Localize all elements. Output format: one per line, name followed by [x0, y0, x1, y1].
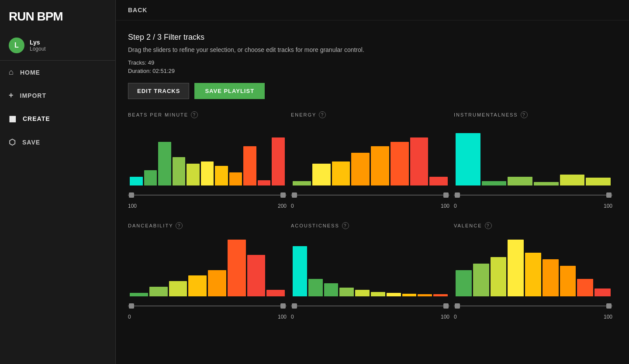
chart-title-acousticness: ACOUSTICNESS	[291, 223, 339, 228]
slider-min-valence: 0	[454, 314, 457, 320]
bar-energy-0	[293, 181, 311, 185]
bar-valence-0	[456, 270, 472, 296]
slider-acousticness[interactable]	[291, 302, 449, 310]
edit-tracks-button[interactable]: EDIT TRACKS	[128, 83, 189, 99]
bar-instrumentalness-0	[456, 133, 480, 185]
step-title: Step 2 / 3 Filter tracks	[128, 33, 617, 42]
user-name: Lys	[30, 39, 46, 46]
nav-label-create: CREATE	[23, 115, 50, 122]
bar-energy-4	[371, 146, 389, 185]
slider-bpm[interactable]	[128, 191, 287, 199]
bar-danceability-7	[266, 290, 285, 296]
save-playlist-button[interactable]: SAVE PLAYLIST	[194, 83, 265, 99]
help-icon-danceability[interactable]: ?	[176, 222, 183, 229]
slider-right-energy[interactable]	[443, 192, 449, 198]
chart-section-acousticness: ACOUSTICNESS?0100	[291, 222, 454, 333]
slider-right-instrumentalness[interactable]	[606, 192, 612, 198]
bar-bpm-8	[243, 146, 256, 185]
content-area: Step 2 / 3 Filter tracks Drag the slider…	[116, 21, 629, 345]
app-logo: RUN BPM	[0, 0, 115, 33]
bar-acousticness-5	[371, 292, 385, 296]
slider-valence[interactable]	[454, 302, 612, 310]
slider-labels-danceability: 0100	[128, 314, 287, 320]
help-icon-valence[interactable]: ?	[485, 222, 492, 229]
bar-danceability-6	[247, 255, 266, 296]
chart-label-instrumentalness: INSTRUMENTALNESS?	[454, 111, 612, 118]
help-icon-instrumentalness[interactable]: ?	[521, 111, 528, 118]
sidebar-item-home[interactable]: ⌂HOME	[0, 61, 115, 84]
chart-label-acousticness: ACOUSTICNESS?	[291, 222, 449, 229]
slider-left-danceability[interactable]	[129, 303, 134, 309]
bar-danceability-4	[208, 270, 226, 296]
home-icon: ⌂	[9, 68, 14, 77]
bar-acousticness-0	[293, 246, 307, 296]
action-buttons: EDIT TRACKS SAVE PLAYLIST	[128, 83, 617, 99]
bar-bpm-0	[130, 177, 143, 185]
slider-instrumentalness[interactable]	[454, 191, 612, 199]
slider-left-valence[interactable]	[455, 303, 460, 309]
bar-bpm-2	[158, 142, 171, 185]
logout-link[interactable]: Logout	[30, 46, 46, 52]
bar-valence-7	[577, 279, 593, 296]
slider-left-bpm[interactable]	[129, 192, 134, 198]
chart-title-valence: VALENCE	[454, 223, 482, 228]
bar-valence-1	[473, 264, 489, 296]
chart-title-energy: ENERGY	[291, 112, 316, 117]
slider-track-bpm	[128, 195, 287, 196]
save-icon: ⬡	[9, 137, 16, 147]
help-icon-bpm[interactable]: ?	[191, 111, 198, 118]
back-button[interactable]: BACK	[128, 7, 147, 14]
chart-label-danceability: DANCEABILITY?	[128, 222, 287, 229]
bar-acousticness-3	[339, 288, 354, 296]
duration: Duration: 02:51:29	[128, 68, 617, 74]
slider-min-bpm: 100	[128, 203, 137, 209]
slider-max-acousticness: 100	[441, 314, 449, 320]
bar-acousticness-8	[418, 294, 432, 296]
chart-section-energy: ENERGY?0100	[291, 111, 454, 222]
bar-bpm-9	[258, 180, 271, 185]
sidebar-item-import[interactable]: +IMPORT	[0, 84, 115, 107]
bar-acousticness-7	[402, 294, 417, 296]
bar-bpm-3	[173, 157, 186, 185]
slider-track-danceability	[128, 306, 287, 306]
bar-valence-8	[594, 288, 611, 296]
help-icon-acousticness[interactable]: ?	[342, 222, 349, 229]
bar-bpm-5	[201, 161, 214, 185]
bar-energy-3	[351, 153, 370, 185]
bar-energy-5	[391, 142, 409, 185]
charts-grid: BEATS PER MINUTE?100200ENERGY?0100INSTRU…	[128, 111, 617, 333]
bar-acousticness-4	[355, 290, 370, 296]
bar-valence-5	[543, 259, 559, 296]
slider-right-valence[interactable]	[606, 303, 612, 309]
slider-danceability[interactable]	[128, 302, 287, 310]
slider-track-valence	[454, 306, 612, 306]
sidebar-item-save[interactable]: ⬡SAVE	[0, 130, 115, 154]
nav-menu: ⌂HOME+IMPORT▦CREATE⬡SAVE	[0, 61, 115, 154]
chart-bars-danceability	[128, 235, 287, 296]
bar-instrumentalness-2	[508, 177, 532, 185]
chart-bars-bpm	[128, 124, 287, 185]
slider-right-bpm[interactable]	[280, 192, 286, 198]
slider-left-energy[interactable]	[292, 192, 297, 198]
slider-energy[interactable]	[291, 191, 449, 199]
chart-section-bpm: BEATS PER MINUTE?100200	[128, 111, 291, 222]
slider-right-acousticness[interactable]	[443, 303, 449, 309]
bar-danceability-2	[169, 281, 187, 296]
chart-title-instrumentalness: INSTRUMENTALNESS	[454, 112, 518, 117]
slider-track-acousticness	[291, 306, 449, 306]
top-bar: BACK	[116, 0, 629, 21]
slider-labels-acousticness: 0100	[291, 314, 449, 320]
help-icon-energy[interactable]: ?	[319, 111, 326, 118]
slider-track-instrumentalness	[454, 195, 612, 196]
slider-left-acousticness[interactable]	[292, 303, 297, 309]
bar-bpm-4	[187, 164, 200, 185]
bar-energy-6	[410, 137, 429, 185]
bar-bpm-7	[229, 172, 242, 185]
slider-max-danceability: 100	[278, 314, 287, 320]
sidebar-item-create[interactable]: ▦CREATE	[0, 107, 115, 130]
slider-min-instrumentalness: 0	[454, 203, 457, 209]
slider-max-energy: 100	[441, 203, 449, 209]
bar-valence-2	[491, 257, 507, 296]
slider-left-instrumentalness[interactable]	[455, 192, 460, 198]
slider-right-danceability[interactable]	[280, 303, 286, 309]
